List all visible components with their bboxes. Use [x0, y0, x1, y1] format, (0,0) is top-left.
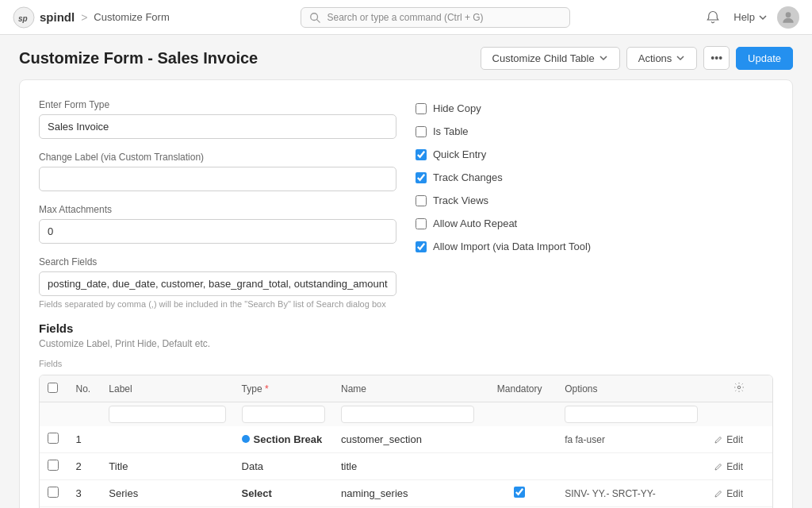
blue-dot — [242, 435, 250, 443]
checkbox-item-allow_auto_repeat: Allow Auto Repeat — [416, 217, 773, 229]
change-label-label: Change Label (via Custom Translation) — [39, 152, 396, 163]
search-bar-text: Search or type a command (Ctrl + G) — [327, 12, 561, 23]
page-actions: Customize Child Table Actions ••• Update — [481, 46, 793, 70]
section-break-badge: Section Break — [242, 433, 323, 445]
checkbox-is_table[interactable] — [416, 126, 427, 137]
checkbox-allow_auto_repeat[interactable] — [416, 218, 427, 229]
col-type: Type * — [234, 375, 333, 402]
bell-icon[interactable] — [702, 6, 724, 29]
row-edit-cell: Edit — [706, 426, 772, 453]
checkbox-label-track_views: Track Views — [433, 194, 488, 206]
row-type: Data — [234, 453, 333, 480]
row-options: SINV- YY.- SRCT-YY- — [557, 480, 706, 507]
select-all-checkbox[interactable] — [48, 383, 58, 393]
fields-label: Fields — [39, 359, 773, 368]
col-gear — [706, 375, 772, 402]
row-no: 1 — [68, 426, 102, 453]
max-attachments-input[interactable] — [39, 219, 396, 244]
form-right: Hide CopyIs TableQuick EntryTrack Change… — [416, 99, 773, 321]
checkbox-item-track_changes: Track Changes — [416, 171, 773, 183]
checkbox-item-is_table: Is Table — [416, 125, 773, 137]
fields-table-wrapper: No. Label Type * Name Mandatory Options — [39, 375, 773, 508]
search-bar[interactable]: Search or type a command (Ctrl + G) — [301, 7, 570, 28]
main-content: Enter Form Type Change Label (via Custom… — [0, 79, 812, 508]
change-label-group: Change Label (via Custom Translation) — [39, 152, 396, 191]
checkbox-item-allow_import: Allow Import (via Data Import Tool) — [416, 241, 773, 252]
table-filter-row — [40, 402, 772, 427]
fields-section-desc: Customize Label, Print Hide, Default etc… — [39, 338, 773, 349]
search-fields-label: Search Fields — [39, 256, 396, 267]
svg-line-3 — [317, 19, 320, 22]
row-type: Select — [234, 480, 333, 507]
svg-text:sp: sp — [18, 14, 28, 23]
svg-point-4 — [786, 12, 791, 17]
update-button[interactable]: Update — [736, 47, 793, 70]
pencil-icon — [714, 462, 723, 471]
row-mandatory — [482, 453, 557, 480]
filter-type[interactable] — [242, 406, 325, 423]
avatar[interactable] — [777, 6, 799, 29]
row-checkbox[interactable] — [48, 433, 59, 444]
gear-icon — [733, 382, 745, 393]
checkbox-quick_entry[interactable] — [416, 149, 427, 160]
logo-text: spindl — [40, 10, 75, 24]
enter-form-type-input[interactable] — [39, 114, 396, 139]
checkbox-allow_import[interactable] — [416, 241, 427, 252]
table-header-row: No. Label Type * Name Mandatory Options — [40, 375, 772, 402]
logo[interactable]: sp spindl — [13, 6, 75, 29]
mandatory-checkbox[interactable] — [514, 487, 525, 498]
fields-section: Fields Customize Label, Print Hide, Defa… — [39, 321, 773, 508]
breadcrumb-link[interactable]: Customize Form — [94, 11, 169, 23]
checkbox-track_changes[interactable] — [416, 172, 427, 183]
edit-button[interactable]: Edit — [714, 434, 743, 445]
col-name: Name — [333, 375, 482, 402]
customize-child-table-button[interactable]: Customize Child Table — [481, 47, 620, 70]
checkbox-track_views[interactable] — [416, 195, 427, 206]
svg-point-5 — [737, 386, 741, 389]
chevron-down-icon — [676, 53, 685, 63]
filter-label[interactable] — [109, 406, 225, 423]
checkbox-label-is_table: Is Table — [433, 125, 469, 137]
checkbox-label-allow_import: Allow Import (via Data Import Tool) — [433, 241, 591, 252]
form-card: Enter Form Type Change Label (via Custom… — [19, 79, 793, 508]
logo-icon: sp — [13, 6, 35, 29]
table-row: 2TitleDatatitleEdit — [40, 453, 772, 480]
edit-button[interactable]: Edit — [714, 488, 743, 499]
chevron-down-icon — [599, 53, 608, 63]
actions-button[interactable]: Actions — [626, 47, 698, 70]
table-row: 1Section Breakcustomer_sectionfa fa-user… — [40, 426, 772, 453]
checkbox-hide_copy[interactable] — [416, 103, 427, 114]
max-attachments-label: Max Attachments — [39, 204, 396, 215]
fields-section-title: Fields — [39, 321, 773, 335]
change-label-input[interactable] — [39, 167, 396, 191]
more-options-button[interactable]: ••• — [703, 46, 730, 70]
form-row-1: Enter Form Type Change Label (via Custom… — [39, 99, 773, 321]
col-no: No. — [68, 375, 102, 402]
search-fields-input[interactable] — [39, 271, 396, 296]
table-row: 3SeriesSelectnaming_seriesSINV- YY.- SRC… — [40, 480, 772, 507]
checkbox-label-hide_copy: Hide Copy — [433, 102, 481, 114]
checkbox-item-track_views: Track Views — [416, 194, 773, 206]
edit-button[interactable]: Edit — [714, 461, 743, 472]
col-options: Options — [557, 375, 706, 402]
page-title: Customize Form - Sales Invoice — [19, 49, 258, 67]
filter-options[interactable] — [565, 406, 698, 423]
row-edit-cell: Edit — [706, 453, 772, 480]
col-label: Label — [101, 375, 233, 402]
checkbox-label-quick_entry: Quick Entry — [433, 148, 486, 160]
checkbox-group: Hide CopyIs TableQuick EntryTrack Change… — [416, 99, 773, 252]
row-no: 2 — [68, 453, 102, 480]
row-name: title — [333, 453, 482, 480]
page-header: Customize Form - Sales Invoice Customize… — [0, 35, 812, 79]
filter-name[interactable] — [341, 406, 474, 423]
row-mandatory — [482, 426, 557, 453]
breadcrumb-separator: > — [81, 11, 87, 24]
row-label: Series — [101, 480, 233, 507]
row-options — [557, 453, 706, 480]
row-name: customer_section — [333, 426, 482, 453]
help-button[interactable]: Help — [733, 11, 768, 23]
search-bar-container[interactable]: Search or type a command (Ctrl + G) — [301, 7, 570, 28]
row-checkbox[interactable] — [48, 487, 59, 498]
search-icon — [309, 12, 320, 23]
row-checkbox[interactable] — [48, 460, 59, 471]
